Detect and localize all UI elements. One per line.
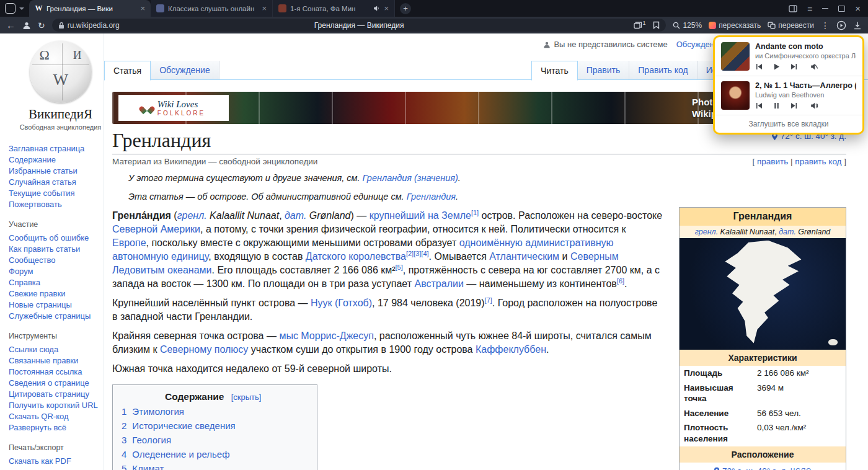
sidebar-item-expand-all[interactable]: Развернуть всё <box>9 422 112 433</box>
tab-list-chevron-icon[interactable] <box>19 7 24 10</box>
sidebar-item-new-pages[interactable]: Новые страницы <box>9 299 112 311</box>
sidebar-item-current-events[interactable]: Текущие события <box>9 188 112 199</box>
tab-read[interactable]: Читать <box>531 61 578 81</box>
sidebar-item-how-to-edit[interactable]: Как править статьи <box>9 244 112 255</box>
tab-article[interactable]: Статья <box>104 61 151 81</box>
sidebar-item-recent-changes[interactable]: Свежие правки <box>9 288 112 299</box>
sidebar-item-qr-code[interactable]: Скачать QR-код <box>9 411 112 422</box>
wiki-link[interactable]: Атлантическим <box>489 251 559 262</box>
tab-audio-speaker-icon[interactable] <box>373 5 380 12</box>
wiki-link[interactable]: дат. <box>285 210 306 221</box>
volume-on-icon[interactable] <box>810 102 818 110</box>
user-talk-link[interactable]: Обсужден <box>676 40 714 49</box>
next-track-icon[interactable] <box>790 102 798 110</box>
wiki-link[interactable]: Нуук (Готхоб) <box>311 298 372 308</box>
wikipedia-logo[interactable]: Ω И W <box>30 41 92 103</box>
tab-discussion[interactable]: Обсуждение <box>151 61 219 79</box>
ref-link[interactable]: [1] <box>471 209 479 216</box>
sidebar-item-random[interactable]: Случайная статья <box>9 177 112 188</box>
wiki-link[interactable]: крупнейший на Земле <box>370 210 471 221</box>
next-track-icon[interactable] <box>790 63 798 71</box>
toc-item[interactable]: 2Исторические сведения <box>122 420 304 431</box>
greenland-satellite-map[interactable] <box>680 238 846 350</box>
maximize-button[interactable] <box>838 6 845 12</box>
close-window-button[interactable]: × <box>855 4 861 13</box>
bookmark-icon[interactable] <box>653 21 660 29</box>
ref-link[interactable]: [5] <box>396 264 403 271</box>
wiki-link[interactable]: Датского королевства <box>306 251 406 262</box>
sidebar-item-special-pages[interactable]: Служебные страницы <box>9 311 112 322</box>
wiki-link[interactable]: дат. <box>779 228 796 236</box>
back-button[interactable]: ← <box>6 20 16 30</box>
wiki-link[interactable]: Каффеклуббен <box>476 344 546 355</box>
sidebar-item-cite-page[interactable]: Цитировать страницу <box>9 389 112 400</box>
sidebar-item-main-page[interactable]: Заглавная страница <box>9 143 112 154</box>
toc-item[interactable]: 5Климат <box>122 463 304 470</box>
wikipedia-wordmark[interactable]: ВикипедиЯ <box>9 107 112 122</box>
wiki-link[interactable]: мыс Моррис-Джесуп <box>279 330 374 341</box>
ref-link[interactable]: [4] <box>421 250 428 257</box>
side-panel-icon[interactable] <box>789 5 797 12</box>
tab-close-icon[interactable]: × <box>384 4 389 12</box>
video-play-icon[interactable] <box>836 20 846 30</box>
toc-item[interactable]: 4Оледенение и рельеф <box>122 449 304 459</box>
ref-link[interactable]: [6] <box>617 277 624 285</box>
toc-hide-link[interactable]: [скрыть] <box>231 392 262 402</box>
mute-all-tabs-button[interactable]: Заглушить все вкладки <box>715 115 862 133</box>
sidebar-item-forum[interactable]: Форум <box>9 266 112 277</box>
wiki-link[interactable]: гренл. <box>177 210 207 221</box>
tabs-collection-icon[interactable]: 1 <box>634 22 645 29</box>
browser-tab-greenland[interactable]: W Гренландия — Вики × <box>29 0 151 17</box>
sidebar-item-featured[interactable]: Избранные статьи <box>9 166 112 177</box>
volume-muted-icon[interactable] <box>810 63 818 71</box>
retell-button[interactable]: пересказать <box>709 21 761 30</box>
download-icon[interactable] <box>853 21 862 30</box>
wiki-link[interactable]: Гренландия (значения) <box>363 173 458 183</box>
pause-icon[interactable] <box>773 102 781 110</box>
ref-link[interactable]: [2] <box>406 250 414 257</box>
map-services-links[interactable]: HGЯO <box>790 467 812 470</box>
ref-link[interactable]: [3] <box>414 250 421 257</box>
translate-button[interactable]: перевести <box>768 21 814 30</box>
wiki-link[interactable]: Северному полюсу <box>160 344 248 355</box>
sidebar-item-community[interactable]: Сообщество <box>9 255 112 266</box>
wiki-link[interactable]: Северной Америки <box>112 224 200 234</box>
minimize-button[interactable] <box>822 8 828 9</box>
sidebar-item-donate[interactable]: Пожертвовать <box>9 199 112 210</box>
play-icon[interactable] <box>773 63 781 71</box>
sidebar-item-what-links-here[interactable]: Ссылки сюда <box>9 344 112 355</box>
sidebar-item-page-info[interactable]: Сведения о странице <box>9 378 112 389</box>
sidebar-item-help[interactable]: Справка <box>9 277 112 288</box>
sidebar-item-short-url[interactable]: Получить короткий URL <box>9 400 112 411</box>
new-tab-button[interactable]: + <box>400 3 411 14</box>
tab-close-icon[interactable]: × <box>262 4 267 12</box>
address-bar[interactable]: ru.wikipedia.org Гренландия — Википедия … <box>52 19 666 32</box>
browser-tab-sonata[interactable]: 1-я Соната, Фа Мин × <box>273 0 395 17</box>
wiki-link[interactable]: Австралии <box>415 278 464 289</box>
previous-track-icon[interactable] <box>755 102 763 110</box>
tab-edit[interactable]: Править <box>578 61 630 79</box>
tab-close-icon[interactable]: × <box>140 4 145 12</box>
toc-item[interactable]: 1Этимология <box>122 406 304 417</box>
browser-tab-classic-music[interactable]: Классика слушать онлайн × <box>151 0 273 17</box>
reload-button[interactable]: ↻ <box>38 21 45 30</box>
sidebar-item-report-error[interactable]: Сообщить об ошибке <box>9 233 112 244</box>
sidebar-item-download-pdf[interactable]: Скачать как PDF <box>9 456 112 467</box>
zoom-control[interactable]: 125% <box>673 21 702 30</box>
profile-icon[interactable] <box>22 21 31 30</box>
toc-item[interactable]: 3Геология <box>122 435 304 445</box>
sidebar-item-permanent-link[interactable]: Постоянная ссылка <box>9 366 112 378</box>
previous-track-icon[interactable] <box>755 63 763 71</box>
sidebar-item-related-changes[interactable]: Связанные правки <box>9 355 112 366</box>
tab-edit-source[interactable]: Править код <box>629 61 697 79</box>
wiki-link[interactable]: Гренландия <box>407 192 456 202</box>
wiki-link[interactable]: править код <box>795 157 841 166</box>
wiki-link[interactable]: править <box>757 157 788 166</box>
ref-link[interactable]: [7] <box>485 296 492 304</box>
coordinates-link[interactable]: 72° с. ш. 40° з. д. <box>722 466 788 470</box>
browser-logo-icon[interactable] <box>5 3 16 14</box>
wiki-link[interactable]: Европе <box>112 237 146 248</box>
wiki-link[interactable]: гренл. <box>695 228 718 236</box>
toolbar-more-icon[interactable]: ⋮ <box>821 20 830 30</box>
sidebar-item-contents[interactable]: Содержание <box>9 154 112 166</box>
